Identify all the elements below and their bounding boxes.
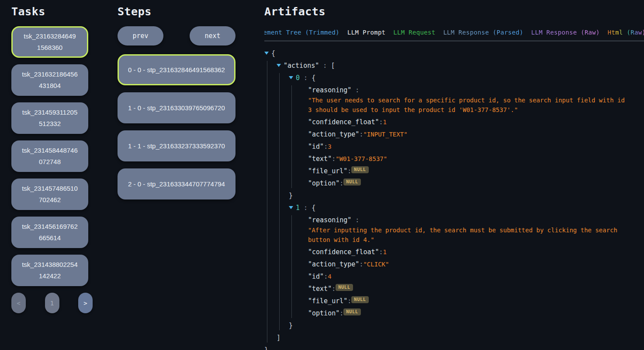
- json-closer-row: }: [289, 191, 634, 200]
- json-tree-viewer: {"actions" : [0 : {"reasoning" :"The use…: [264, 49, 634, 350]
- task-button[interactable]: tsk_231438802254142422: [11, 255, 88, 286]
- tab-label: Element Tree (Trimmed): [264, 29, 339, 36]
- tab-label: LLM Prompt: [347, 29, 385, 36]
- json-node: 0 : {"reasoning" :"The user needs to sea…: [289, 73, 634, 200]
- json-closer-row: }: [289, 321, 634, 330]
- json-property-row: "option" : NULL: [301, 178, 634, 188]
- json-node: {"actions" : [0 : {"reasoning" :"The use…: [264, 49, 634, 350]
- tab-label: LLM Request: [393, 29, 435, 36]
- task-id-label: tsk_231438802254142422: [14, 259, 86, 282]
- tab-llm-response-parsed[interactable]: LLM Response (Parsed): [443, 29, 523, 36]
- json-property-row: "option" : NULL: [301, 308, 634, 318]
- json-string-value: "W01-377-8537": [336, 154, 387, 164]
- tasks-panel: Tasks tsk_231632846491568360tsk_23163218…: [11, 0, 93, 313]
- artifacts-title: Artifacts: [264, 5, 644, 18]
- task-button[interactable]: tsk_231456169762665614: [11, 217, 88, 248]
- json-closer-row: ]: [277, 333, 634, 343]
- tab-html-raw[interactable]: Html (Raw): [608, 29, 644, 36]
- task-button[interactable]: tsk_231457486510702462: [11, 178, 88, 210]
- tab-llm-request[interactable]: LLM Request: [393, 29, 435, 36]
- json-number-value: 1: [383, 117, 387, 127]
- json-property-row: "confidence_float" : 1: [301, 117, 634, 127]
- json-children: 0 : {"reasoning" :"The user needs to sea…: [279, 73, 634, 330]
- active-tab-underline: [443, 40, 523, 42]
- prev-step-button[interactable]: prev: [118, 26, 163, 46]
- null-badge: NULL: [343, 178, 360, 186]
- step-button[interactable]: 0 - 0 - stp_231632846491568362: [118, 54, 235, 85]
- json-opener-row: 0 : {: [289, 73, 634, 83]
- task-id-label: tsk_231632846491568360: [15, 31, 84, 53]
- task-id-label: tsk_231456169762665614: [14, 221, 86, 244]
- json-property-row: "file_url" : NULL: [301, 166, 634, 176]
- collapse-arrow-icon[interactable]: [264, 49, 271, 55]
- task-id-label: tsk_231459311205512332: [14, 107, 86, 130]
- step-id-label: 0 - 0 - stp_231632846491568362: [124, 64, 229, 76]
- pagination-page-button[interactable]: 1: [45, 293, 59, 313]
- collapse-arrow-icon[interactable]: [277, 61, 284, 67]
- task-button[interactable]: tsk_231632186456431804: [11, 64, 88, 96]
- step-id-label: 1 - 0 - stp_231633039765096720: [123, 102, 230, 114]
- null-badge: NULL: [351, 296, 368, 303]
- json-property-row: "action_type" : "INPUT_TEXT": [301, 130, 634, 139]
- json-property-row: "text" : "W01-377-8537": [301, 154, 634, 164]
- step-id-label: 2 - 0 - stp_231633344707774794: [123, 178, 230, 190]
- tab-strip: Element Tree (Trimmed)LLM PromptLLM Requ…: [264, 29, 644, 42]
- json-property-row: "text" : NULL: [301, 284, 634, 294]
- json-number-value: 1: [383, 247, 387, 257]
- artifacts-panel: Artifacts Element Tree (Trimmed)LLM Prom…: [264, 0, 644, 350]
- steps-panel: Steps prev next 0 - 0 - stp_231632846491…: [118, 0, 235, 206]
- json-string-value: "INPUT_TEXT": [363, 130, 407, 139]
- json-number-value: 4: [328, 272, 331, 281]
- task-button[interactable]: tsk_231458448746072748: [11, 140, 88, 172]
- json-closer-row: }: [264, 345, 634, 350]
- json-opener-row: {: [264, 49, 634, 58]
- json-property-row: "confidence_float" : 1: [301, 247, 634, 257]
- json-children: "reasoning" :"The user needs to search f…: [291, 85, 634, 188]
- collapse-arrow-icon[interactable]: [289, 73, 296, 79]
- json-children: "reasoning" :"After inputting the produc…: [291, 215, 634, 318]
- json-property-row: "id" : 3: [301, 142, 634, 151]
- null-badge: NULL: [351, 166, 368, 173]
- json-property-row: "id" : 4: [301, 272, 634, 281]
- pagination-next-button[interactable]: >: [78, 293, 93, 313]
- tab-element-tree-trimmed[interactable]: Element Tree (Trimmed): [264, 29, 339, 36]
- json-number-value: 3: [328, 142, 331, 151]
- null-badge: NULL: [343, 308, 360, 315]
- json-opener-row: 1 : {: [289, 203, 634, 213]
- task-button[interactable]: tsk_231459311205512332: [11, 102, 88, 134]
- tab-llm-response-raw[interactable]: LLM Response (Raw): [531, 29, 600, 36]
- step-id-label: 1 - 1 - stp_231633237333592370: [123, 140, 230, 152]
- step-button[interactable]: 1 - 1 - stp_231633237333592370: [118, 130, 235, 161]
- tab-label: Html (Raw): [608, 29, 644, 36]
- json-opener-row: "actions" : [: [277, 61, 634, 70]
- tab-label: LLM Response (Parsed): [443, 29, 523, 36]
- tab-llm-prompt[interactable]: LLM Prompt: [347, 29, 385, 36]
- json-property-row: "reasoning" :"The user needs to search f…: [301, 85, 634, 115]
- next-step-button[interactable]: next: [190, 26, 235, 46]
- step-button[interactable]: 2 - 0 - stp_231633344707774794: [118, 168, 235, 200]
- json-string-value: "CLICK": [363, 259, 389, 269]
- json-property-row: "action_type" : "CLICK": [301, 259, 634, 269]
- json-property-row: "reasoning" :"After inputting the produc…: [301, 215, 634, 245]
- step-nav: prev next: [118, 26, 235, 46]
- task-id-label: tsk_231458448746072748: [14, 145, 86, 168]
- task-button[interactable]: tsk_231632846491568360: [11, 26, 88, 58]
- pagination: < 1 >: [11, 293, 93, 313]
- pagination-prev-button[interactable]: <: [11, 293, 26, 313]
- json-string-value: "After inputting the product id, the sea…: [308, 225, 631, 245]
- tab-label: LLM Response (Raw): [531, 29, 600, 36]
- json-children: "actions" : [0 : {"reasoning" :"The user…: [267, 61, 634, 343]
- json-node: 1 : {"reasoning" :"After inputting the p…: [289, 203, 634, 330]
- json-string-value: "The user needs to search for a specific…: [308, 95, 631, 115]
- steps-title: Steps: [118, 5, 235, 18]
- step-button[interactable]: 1 - 0 - stp_231633039765096720: [118, 92, 235, 123]
- json-property-row: "file_url" : NULL: [301, 296, 634, 306]
- step-list: 0 - 0 - stp_2316328464915683621 - 0 - st…: [118, 54, 235, 200]
- task-list: tsk_231632846491568360tsk_23163218645643…: [11, 26, 93, 286]
- task-id-label: tsk_231457486510702462: [14, 183, 86, 206]
- null-badge: NULL: [336, 284, 353, 291]
- tasks-title: Tasks: [11, 5, 93, 18]
- collapse-arrow-icon[interactable]: [289, 203, 296, 209]
- json-node: "actions" : [0 : {"reasoning" :"The user…: [277, 61, 634, 343]
- task-id-label: tsk_231632186456431804: [14, 69, 86, 91]
